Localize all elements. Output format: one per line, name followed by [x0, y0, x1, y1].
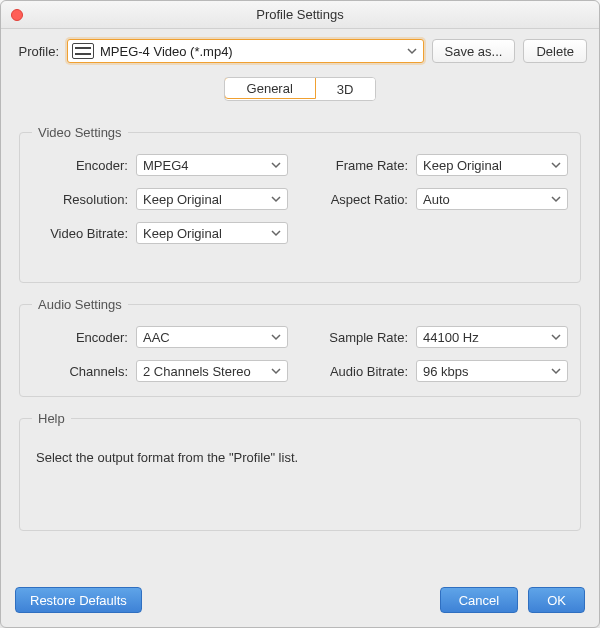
audio-encoder-label: Encoder:: [32, 330, 128, 345]
resolution-value: Keep Original: [143, 192, 271, 207]
chevron-down-icon: [271, 194, 281, 204]
channels-value: 2 Channels Stereo: [143, 364, 271, 379]
window-title: Profile Settings: [256, 7, 343, 22]
sample-rate-value: 44100 Hz: [423, 330, 551, 345]
aspect-ratio-value: Auto: [423, 192, 551, 207]
ok-button[interactable]: OK: [528, 587, 585, 613]
chevron-down-icon: [407, 46, 417, 56]
video-encoder-select[interactable]: MPEG4: [136, 154, 288, 176]
frame-rate-label: Frame Rate:: [312, 158, 408, 173]
help-group: Help Select the output format from the "…: [19, 411, 581, 531]
mp4-file-icon: [72, 43, 94, 59]
profile-row: Profile: MPEG-4 Video (*.mp4) Save as...…: [1, 29, 599, 71]
audio-settings-legend: Audio Settings: [32, 297, 128, 312]
audio-bitrate-value: 96 kbps: [423, 364, 551, 379]
chevron-down-icon: [551, 332, 561, 342]
profile-settings-window: Profile Settings Profile: MPEG-4 Video (…: [0, 0, 600, 628]
aspect-ratio-select[interactable]: Auto: [416, 188, 568, 210]
chevron-down-icon: [551, 366, 561, 376]
video-encoder-label: Encoder:: [32, 158, 128, 173]
tab-general[interactable]: General: [224, 77, 316, 99]
resolution-label: Resolution:: [32, 192, 128, 207]
tabs: General 3D: [1, 71, 599, 105]
body: Video Settings Encoder: MPEG4 Frame Rate…: [1, 105, 599, 577]
chevron-down-icon: [551, 160, 561, 170]
tab-segment: General 3D: [224, 77, 377, 101]
frame-rate-value: Keep Original: [423, 158, 551, 173]
audio-encoder-value: AAC: [143, 330, 271, 345]
restore-defaults-button[interactable]: Restore Defaults: [15, 587, 142, 613]
sample-rate-select[interactable]: 44100 Hz: [416, 326, 568, 348]
aspect-ratio-label: Aspect Ratio:: [312, 192, 408, 207]
channels-label: Channels:: [32, 364, 128, 379]
save-as-button[interactable]: Save as...: [432, 39, 516, 63]
video-bitrate-label: Video Bitrate:: [32, 226, 128, 241]
titlebar: Profile Settings: [1, 1, 599, 29]
profile-label: Profile:: [13, 44, 59, 59]
audio-settings-group: Audio Settings Encoder: AAC Sample Rate:…: [19, 297, 581, 397]
tab-3d[interactable]: 3D: [315, 78, 376, 100]
video-encoder-value: MPEG4: [143, 158, 271, 173]
footer: Restore Defaults Cancel OK: [1, 577, 599, 627]
chevron-down-icon: [271, 160, 281, 170]
profile-select[interactable]: MPEG-4 Video (*.mp4): [67, 39, 424, 63]
resolution-select[interactable]: Keep Original: [136, 188, 288, 210]
audio-encoder-select[interactable]: AAC: [136, 326, 288, 348]
close-icon[interactable]: [11, 9, 23, 21]
sample-rate-label: Sample Rate:: [312, 330, 408, 345]
cancel-button[interactable]: Cancel: [440, 587, 518, 613]
audio-bitrate-select[interactable]: 96 kbps: [416, 360, 568, 382]
video-settings-legend: Video Settings: [32, 125, 128, 140]
chevron-down-icon: [271, 228, 281, 238]
chevron-down-icon: [551, 194, 561, 204]
profile-value: MPEG-4 Video (*.mp4): [100, 44, 407, 59]
channels-select[interactable]: 2 Channels Stereo: [136, 360, 288, 382]
audio-bitrate-label: Audio Bitrate:: [312, 364, 408, 379]
frame-rate-select[interactable]: Keep Original: [416, 154, 568, 176]
delete-button[interactable]: Delete: [523, 39, 587, 63]
chevron-down-icon: [271, 332, 281, 342]
help-text: Select the output format from the "Profi…: [32, 440, 568, 465]
chevron-down-icon: [271, 366, 281, 376]
video-bitrate-value: Keep Original: [143, 226, 271, 241]
help-legend: Help: [32, 411, 71, 426]
video-bitrate-select[interactable]: Keep Original: [136, 222, 288, 244]
video-settings-group: Video Settings Encoder: MPEG4 Frame Rate…: [19, 125, 581, 283]
